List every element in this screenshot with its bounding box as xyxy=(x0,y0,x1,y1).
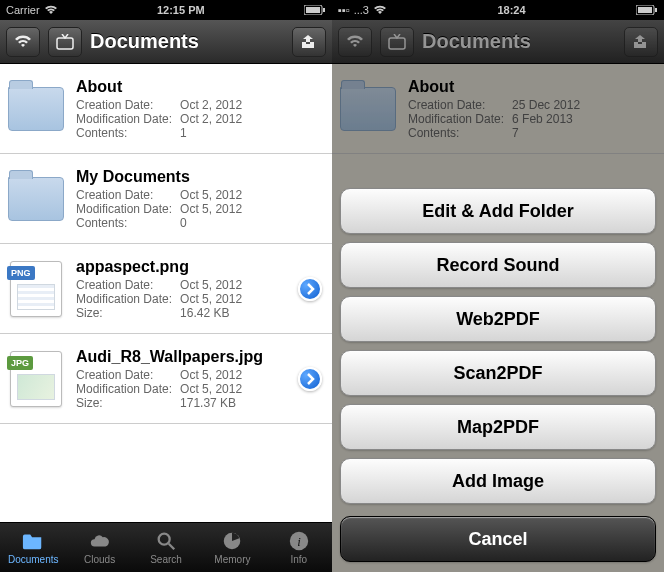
clock: 18:24 xyxy=(497,4,525,16)
folder-icon xyxy=(22,530,44,552)
tv-button[interactable] xyxy=(380,27,414,57)
action-record-sound[interactable]: Record Sound xyxy=(340,242,656,288)
wifi-icon xyxy=(346,35,364,49)
wifi-button[interactable] xyxy=(6,27,40,57)
wifi-icon xyxy=(373,5,387,15)
wifi-icon xyxy=(14,35,32,49)
list-item[interactable]: About Creation Date:Oct 2, 2012 Modifica… xyxy=(0,64,332,154)
file-png-icon: PNG xyxy=(6,259,66,319)
share-icon xyxy=(632,34,650,50)
svg-point-4 xyxy=(159,534,170,545)
tv-button[interactable] xyxy=(48,27,82,57)
folder-icon xyxy=(6,79,66,139)
chevron-right-icon xyxy=(305,283,315,295)
left-screen: Carrier 12:15 PM Documents About Creatio… xyxy=(0,0,332,572)
file-list: About Creation Date:Oct 2, 2012 Modifica… xyxy=(0,64,332,522)
tab-search[interactable]: Search xyxy=(133,523,199,572)
list-item[interactable]: My Documents Creation Date:Oct 5, 2012 M… xyxy=(0,154,332,244)
nav-bar: Documents xyxy=(332,20,664,64)
item-title: Audi_R8_Wallpapers.jpg xyxy=(76,348,292,366)
item-title: My Documents xyxy=(76,168,322,186)
svg-rect-3 xyxy=(57,38,73,49)
tv-icon xyxy=(388,34,406,50)
share-button[interactable] xyxy=(292,27,326,57)
svg-rect-11 xyxy=(389,38,405,49)
item-title: appaspect.png xyxy=(76,258,292,276)
item-title: About xyxy=(76,78,322,96)
detail-disclosure-button[interactable] xyxy=(298,277,322,301)
action-scan2pdf[interactable]: Scan2PDF xyxy=(340,350,656,396)
svg-rect-10 xyxy=(655,8,657,12)
nav-bar: Documents xyxy=(0,20,332,64)
action-sheet: Edit & Add Folder Record Sound Web2PDF S… xyxy=(332,180,664,572)
action-map2pdf[interactable]: Map2PDF xyxy=(340,404,656,450)
tv-icon xyxy=(56,34,74,50)
wifi-button[interactable] xyxy=(338,27,372,57)
clock: 12:15 PM xyxy=(157,4,205,16)
search-icon xyxy=(155,530,177,552)
battery-icon xyxy=(304,5,326,15)
pie-icon xyxy=(221,530,243,552)
share-button[interactable] xyxy=(624,27,658,57)
chevron-right-icon xyxy=(305,373,315,385)
file-jpg-icon: JPG xyxy=(6,349,66,409)
share-icon xyxy=(300,34,318,50)
wifi-icon xyxy=(44,5,58,15)
page-title: Documents xyxy=(422,30,616,53)
battery-icon xyxy=(636,5,658,15)
cloud-icon xyxy=(89,530,111,552)
signal-icon: ▪▪▫ xyxy=(338,4,350,16)
tab-info[interactable]: i Info xyxy=(266,523,332,572)
svg-rect-2 xyxy=(323,8,325,12)
svg-rect-1 xyxy=(306,7,320,13)
action-edit-add-folder[interactable]: Edit & Add Folder xyxy=(340,188,656,234)
status-bar: ▪▪▫ ...3 18:24 xyxy=(332,0,664,20)
status-bar: Carrier 12:15 PM xyxy=(0,0,332,20)
page-title: Documents xyxy=(90,30,284,53)
right-screen: ▪▪▫ ...3 18:24 Documents About Creation … xyxy=(332,0,664,572)
action-web2pdf[interactable]: Web2PDF xyxy=(340,296,656,342)
svg-rect-9 xyxy=(638,7,652,13)
tab-documents[interactable]: Documents xyxy=(0,523,66,572)
carrier: Carrier xyxy=(6,4,40,16)
list-item[interactable]: PNG appaspect.png Creation Date:Oct 5, 2… xyxy=(0,244,332,334)
carrier: ...3 xyxy=(354,4,369,16)
cancel-button[interactable]: Cancel xyxy=(340,516,656,562)
info-icon: i xyxy=(288,530,310,552)
detail-disclosure-button[interactable] xyxy=(298,367,322,391)
tab-clouds[interactable]: Clouds xyxy=(66,523,132,572)
action-add-image[interactable]: Add Image xyxy=(340,458,656,504)
list-item[interactable]: JPG Audi_R8_Wallpapers.jpg Creation Date… xyxy=(0,334,332,424)
action-sheet-overlay: Edit & Add Folder Record Sound Web2PDF S… xyxy=(332,64,664,572)
tab-bar: Documents Clouds Search Memory i Info xyxy=(0,522,332,572)
svg-text:i: i xyxy=(297,535,301,549)
folder-icon xyxy=(6,169,66,229)
tab-memory[interactable]: Memory xyxy=(199,523,265,572)
